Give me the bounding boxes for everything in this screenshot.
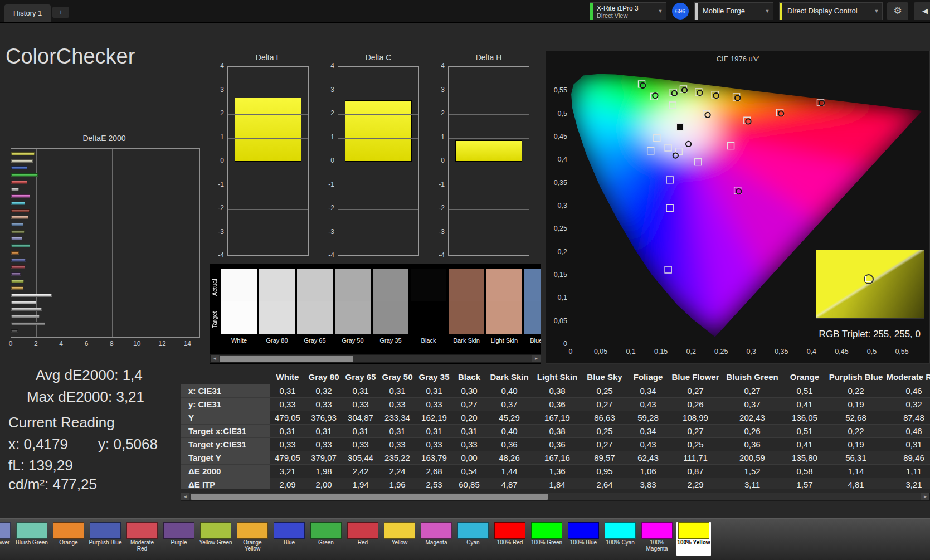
settings-button[interactable]: ⚙ — [887, 2, 908, 20]
table-cell: 1,36 — [533, 465, 582, 478]
patch-button[interactable]: Bluish Green — [14, 522, 49, 556]
table-cell: 0,19 — [827, 398, 885, 411]
patch-button[interactable]: 100% Green — [529, 522, 564, 556]
table-header-cell: Dark Skin — [486, 370, 533, 384]
patch-label: Red — [345, 539, 380, 546]
table-cell: 0,41 — [782, 438, 827, 451]
gridline — [228, 138, 308, 139]
table-cell: 376,93 — [305, 411, 342, 424]
workflow-selector[interactable]: Mobile Forge ▼ — [694, 2, 773, 20]
gridline — [228, 114, 308, 115]
axis-tick-label: 2 — [431, 109, 445, 117]
patch-button[interactable]: Purplish Blue — [88, 522, 123, 556]
scroll-right-icon[interactable]: ► — [921, 493, 929, 500]
patch-button[interactable]: Yellow — [382, 522, 417, 556]
table-cell: 0,34 — [627, 384, 669, 397]
chevron-down-icon[interactable]: ▼ — [871, 3, 882, 20]
tab-history-1[interactable]: History 1 — [4, 4, 51, 22]
patch-label: 100% Red — [493, 539, 527, 546]
patch-button[interactable]: Cyan — [456, 522, 490, 556]
patch-button[interactable]: Orange Yellow — [235, 522, 270, 556]
chart-title: Delta L — [227, 53, 309, 62]
table-cell: 1,96 — [379, 478, 416, 489]
patch-button[interactable]: Blue Flower — [0, 522, 12, 556]
table-cell: 1,52 — [722, 465, 782, 478]
gridline — [449, 162, 529, 162]
table-cell: 1,06 — [627, 465, 669, 478]
patch-button[interactable]: 100% Magenta — [640, 522, 674, 556]
chevron-down-icon[interactable]: ▼ — [655, 3, 666, 20]
axis-tick-label: 0,2 — [546, 248, 567, 256]
delta-l-plot — [227, 66, 309, 256]
delta-bar — [235, 98, 301, 162]
target-swatch — [486, 301, 522, 334]
deltae-bar — [11, 194, 30, 198]
table-cell: 0,22 — [827, 425, 885, 437]
patch-button[interactable]: 100% Blue — [566, 522, 601, 556]
scroll-left-icon[interactable]: ◄ — [181, 493, 189, 500]
profile-count-badge[interactable]: 696 — [672, 3, 689, 20]
chart-title: DeltaE 2000 — [5, 134, 203, 143]
axis-tick-label: 0 — [558, 348, 583, 356]
collapse-panel-button[interactable]: ◀ — [914, 2, 930, 20]
patch-label: Green — [309, 539, 343, 546]
table-cell: 0,36 — [486, 438, 533, 451]
patch-swatch — [237, 522, 268, 539]
patch-button[interactable]: Magenta — [419, 522, 454, 556]
axis-tick-label: 14 — [181, 340, 194, 348]
table-scrollbar[interactable]: ◄ ► — [181, 493, 930, 501]
patch-button[interactable]: Yellow Green — [198, 522, 233, 556]
table-cell: 202,43 — [722, 411, 782, 424]
axis-tick-label: 6 — [80, 340, 93, 348]
patch-label: 100% Yellow — [676, 539, 711, 546]
patch-button[interactable]: 100% Cyan — [603, 522, 637, 556]
scrollbar-thumb[interactable] — [191, 494, 548, 500]
patch-swatch — [494, 522, 525, 539]
deltae-bar — [11, 259, 26, 262]
chevron-left-icon: ◀ — [922, 7, 928, 15]
table-row-label: x: CIE31 — [181, 384, 270, 397]
scroll-right-icon[interactable]: ► — [532, 355, 541, 362]
table-cell: 0,27 — [669, 384, 722, 397]
actual-swatch — [486, 269, 522, 301]
table-cell: 162,19 — [416, 411, 452, 424]
axis-tick-label: 0,1 — [619, 348, 643, 356]
axis-tick-label: 0,35 — [546, 179, 567, 187]
swatch-scrollbar[interactable]: ◄ ► — [210, 354, 541, 363]
gridline — [228, 91, 308, 91]
patch-button[interactable]: Orange — [51, 522, 86, 556]
deltae-bar — [11, 173, 38, 177]
patch-swatch — [568, 522, 599, 539]
chevron-down-icon[interactable]: ▼ — [762, 3, 773, 20]
table-cell: 0,34 — [627, 425, 669, 437]
patch-button[interactable]: Blue — [272, 522, 306, 556]
patch-swatch — [90, 522, 121, 539]
patch-button[interactable]: 100% Yellow — [676, 522, 711, 556]
table-cell: 0,36 — [722, 438, 782, 451]
patch-swatch — [347, 522, 378, 539]
table-row: x: CIE310,310,320,310,310,310,300,400,38… — [181, 384, 930, 398]
table-cell: 0,33 — [342, 398, 379, 411]
table-row: ΔE ITP2,092,001,941,962,5360,854,871,842… — [181, 478, 930, 489]
avg-de2000: Avg dE2000: 1,4 — [36, 367, 143, 384]
swatch-column: Dark Skin — [449, 269, 484, 352]
patch-button[interactable]: Purple — [162, 522, 196, 556]
table-row-label: Target y:CIE31 — [181, 438, 270, 451]
display-selector[interactable]: Direct Display Control ▼ — [779, 2, 883, 20]
meter-selector[interactable]: X-Rite i1Pro 3 Direct View ▼ — [590, 2, 666, 20]
table-cell: 0,37 — [722, 398, 782, 411]
patch-button[interactable]: 100% Red — [493, 522, 527, 556]
patch-button[interactable]: Green — [309, 522, 343, 556]
table-cell: 89,57 — [582, 451, 627, 464]
table-cell: 1,57 — [782, 478, 827, 489]
add-tab-button[interactable]: + — [52, 7, 69, 18]
axis-tick-label: 10 — [130, 340, 144, 348]
axis-tick-label: 1 — [211, 133, 224, 141]
scroll-left-icon[interactable]: ◄ — [211, 355, 219, 362]
patch-button[interactable]: Red — [345, 522, 380, 556]
axis-tick-label: 0,4 — [799, 348, 824, 356]
patch-button[interactable]: Moderate Red — [125, 522, 159, 556]
scrollbar-thumb[interactable] — [220, 356, 353, 362]
table-cell: 4,81 — [827, 478, 885, 489]
table-cell: 135,80 — [782, 451, 827, 464]
